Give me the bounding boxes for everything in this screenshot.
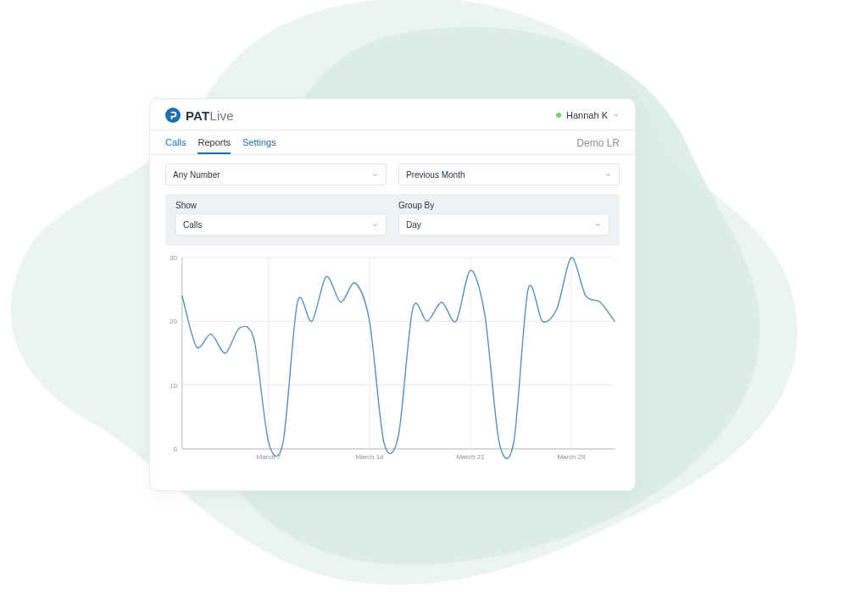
show-label: Show (175, 201, 387, 210)
groupby-label: Group By (398, 201, 609, 210)
groupby-select[interactable]: Day (398, 213, 609, 235)
tabs: Calls Reports Settings (165, 137, 276, 154)
svg-text:0: 0 (173, 446, 177, 453)
tab-calls[interactable]: Calls (165, 137, 186, 154)
chevron-down-icon (371, 171, 379, 179)
user-name: Hannah K (566, 110, 608, 120)
tab-reports[interactable]: Reports (198, 137, 231, 154)
chevron-down-icon (594, 221, 602, 229)
groupby-select-value: Day (406, 220, 421, 230)
svg-text:10: 10 (170, 382, 177, 390)
header-bar: PATLive Hannah K (150, 99, 635, 130)
svg-text:March 28: March 28 (557, 453, 586, 461)
brand-logo-icon (165, 108, 181, 123)
brand-name-bold: PAT (186, 108, 209, 123)
account-name: Demo LR (576, 137, 620, 154)
chevron-down-icon (371, 221, 379, 229)
number-select-value: Any Number (173, 170, 220, 180)
svg-text:30: 30 (170, 254, 177, 262)
svg-text:March 7: March 7 (257, 453, 281, 461)
chevron-down-icon (613, 112, 620, 119)
svg-text:March 14: March 14 (355, 453, 384, 461)
daterange-select-value: Previous Month (406, 170, 465, 180)
chevron-down-icon (604, 171, 612, 179)
svg-text:March 21: March 21 (456, 453, 485, 461)
show-select[interactable]: Calls (175, 213, 387, 235)
tabs-bar: Calls Reports Settings Demo LR (150, 130, 635, 155)
grouping-panel: Show Calls Group By Day (165, 194, 620, 246)
user-menu[interactable]: Hannah K (556, 110, 620, 120)
filters-row: Any Number Previous Month (150, 155, 635, 185)
svg-text:20: 20 (170, 318, 177, 325)
status-dot-icon (556, 113, 561, 118)
show-select-value: Calls (183, 220, 202, 230)
number-select[interactable]: Any Number (165, 163, 387, 185)
brand-logo: PATLive (165, 108, 234, 123)
tab-settings[interactable]: Settings (242, 137, 276, 154)
daterange-select[interactable]: Previous Month (398, 163, 620, 185)
app-window: PATLive Hannah K Calls Reports Settings … (149, 98, 636, 491)
calls-chart: 0102030March 7March 14March 21March 28 (165, 252, 620, 466)
brand-name-light: Live (209, 108, 233, 123)
